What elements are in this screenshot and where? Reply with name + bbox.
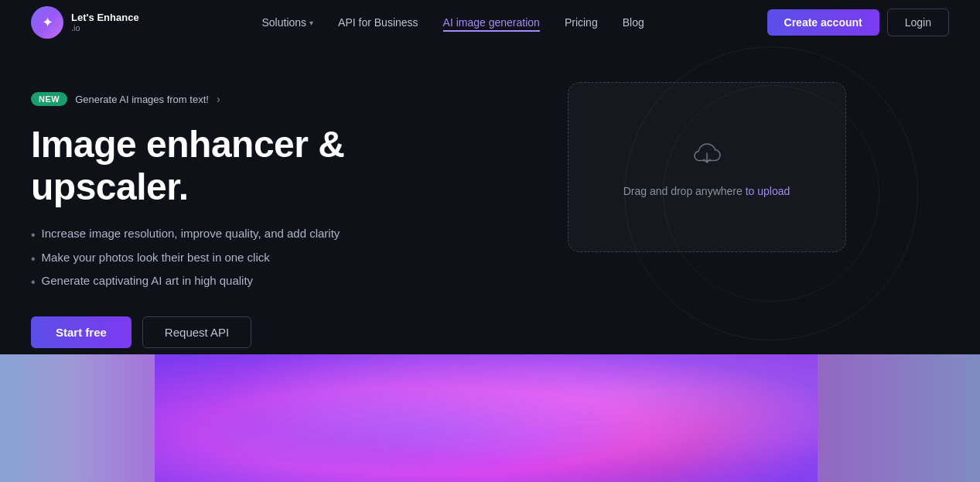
nav-item-blog[interactable]: Blog	[623, 15, 644, 29]
new-badge[interactable]: NEW Generate AI images from text! ›	[31, 92, 220, 106]
upload-cloud-icon	[688, 138, 726, 176]
bullet-3: Generate captivating AI art in high qual…	[31, 274, 464, 291]
hero-content: NEW Generate AI images from text! › Imag…	[31, 82, 464, 348]
upload-dropzone[interactable]: Drag and drop anywhere to upload	[568, 82, 846, 252]
logo-icon: ✦	[31, 6, 63, 39]
solutions-link[interactable]: Solutions ▾	[261, 16, 313, 29]
bullet-1: Increase image resolution, improve quali…	[31, 227, 464, 244]
badge-new-label: NEW	[31, 92, 67, 106]
hero-title: Image enhancer & upscaler.	[31, 123, 464, 208]
start-free-button[interactable]: Start free	[31, 316, 131, 348]
blog-link[interactable]: Blog	[623, 16, 644, 29]
pricing-link[interactable]: Pricing	[565, 16, 598, 29]
api-link[interactable]: API for Business	[338, 16, 418, 29]
badge-description: Generate AI images from text!	[75, 94, 209, 105]
logo-domain: .io	[71, 23, 139, 32]
nav-item-api[interactable]: API for Business	[338, 15, 418, 29]
bullet-2: Make your photos look their best in one …	[31, 251, 464, 268]
nav-cta: Create account Login	[767, 9, 949, 36]
request-api-button[interactable]: Request API	[142, 316, 251, 348]
navbar: ✦ Let's Enhance .io Solutions ▾ API for …	[0, 0, 980, 45]
hero-upload-area: Drag and drop anywhere to upload	[464, 82, 949, 252]
bottom-banner	[0, 354, 980, 482]
login-button[interactable]: Login	[887, 9, 949, 36]
banner-left-fade	[0, 354, 155, 482]
upload-text: Drag and drop anywhere to upload	[623, 185, 790, 197]
nav-links: Solutions ▾ API for Business AI image ge…	[261, 15, 644, 29]
upload-link[interactable]: to upload	[746, 185, 790, 197]
nav-item-ai-generation[interactable]: AI image generation	[443, 15, 540, 29]
create-account-button[interactable]: Create account	[767, 9, 879, 36]
logo-name: Let's Enhance	[71, 12, 139, 23]
ai-generation-link[interactable]: AI image generation	[443, 16, 540, 32]
banner-center-image	[155, 354, 818, 482]
nav-item-solutions[interactable]: Solutions ▾	[261, 16, 313, 29]
chevron-down-icon: ▾	[309, 19, 313, 27]
nav-item-pricing[interactable]: Pricing	[565, 15, 598, 29]
hero-actions: Start free Request API	[31, 316, 464, 348]
badge-arrow-icon: ›	[217, 93, 220, 105]
banner-right-fade	[818, 354, 980, 482]
hero-section: NEW Generate AI images from text! › Imag…	[0, 45, 980, 354]
logo-text: Let's Enhance .io	[71, 12, 139, 32]
hero-bullets: Increase image resolution, improve quali…	[31, 227, 464, 291]
logo[interactable]: ✦ Let's Enhance .io	[31, 6, 139, 39]
